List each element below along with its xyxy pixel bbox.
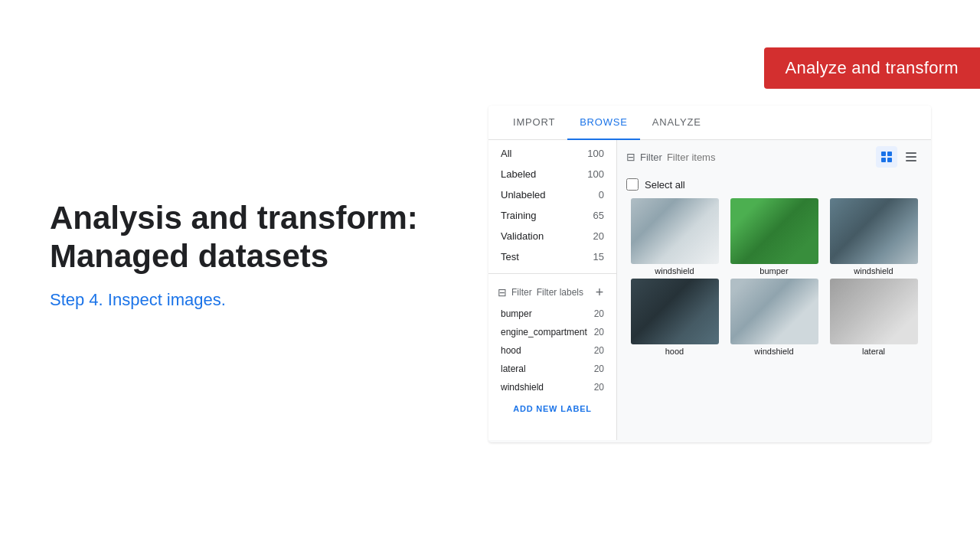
filter-input[interactable]: [667, 152, 870, 163]
label-name-engine: engine_compartment: [501, 327, 587, 337]
svg-rect-5: [906, 156, 916, 158]
label-row-lateral[interactable]: lateral 20: [488, 360, 616, 378]
sidebar-count-labeled: 100: [587, 168, 604, 180]
svg-rect-3: [887, 158, 892, 162]
sidebar-row-training[interactable]: Training 65: [488, 205, 616, 226]
image-thumbnail-5: [830, 279, 918, 344]
analyze-transform-badge: Analyze and transform: [764, 47, 980, 89]
svg-rect-2: [881, 158, 886, 162]
filter-labels-text: Filter labels: [537, 287, 583, 298]
page-title: Analysis and transform: Managed datasets: [50, 199, 418, 276]
sidebar-row-unlabeled[interactable]: Unlabeled 0: [488, 184, 616, 205]
image-cell-0[interactable]: windshield: [626, 198, 723, 276]
image-label-5: lateral: [862, 347, 885, 356]
grid-view-button[interactable]: [876, 146, 897, 168]
add-new-label-button[interactable]: ADD NEW LABEL: [513, 404, 592, 413]
image-label-3: hood: [665, 347, 684, 356]
svg-rect-4: [906, 152, 916, 154]
tab-import[interactable]: IMPORT: [501, 106, 567, 140]
sidebar-label-validation: Validation: [501, 230, 544, 242]
image-cell-5[interactable]: lateral: [825, 279, 922, 356]
sidebar: All 100 Labeled 100 Unlabeled 0 Training…: [488, 140, 617, 440]
select-all-label: Select all: [645, 179, 685, 191]
image-cell-4[interactable]: windshield: [726, 279, 822, 356]
label-count-bumper: 20: [594, 308, 604, 319]
filter-bar-icon: ⊟: [626, 151, 635, 163]
left-content-area: Analysis and transform: Managed datasets…: [50, 199, 418, 310]
image-thumbnail-1: [730, 198, 818, 264]
label-count-lateral: 20: [594, 364, 604, 374]
filter-bar-label: Filter: [640, 152, 662, 163]
label-count-windshield: 20: [594, 382, 604, 393]
label-row-engine[interactable]: engine_compartment 20: [488, 323, 616, 341]
filter-section: ⊟ Filter Filter labels + bumper 20 engin…: [488, 273, 616, 413]
sidebar-label-all: All: [501, 148, 511, 159]
filter-bar: ⊟ Filter: [626, 151, 870, 163]
filter-icon: ⊟: [498, 286, 507, 298]
image-cell-1[interactable]: bumper: [726, 198, 822, 276]
sidebar-row-test[interactable]: Test 15: [488, 246, 616, 267]
content-header: ⊟ Filter: [617, 140, 931, 174]
view-icons: [876, 146, 922, 168]
label-name-lateral: lateral: [501, 364, 526, 374]
sidebar-label-training: Training: [501, 210, 536, 221]
image-cell-3[interactable]: hood: [626, 279, 723, 356]
image-thumbnail-0: [631, 198, 719, 264]
dataset-panel: IMPORT BROWSE ANALYZE All 100 Labeled 10…: [488, 106, 931, 442]
image-thumbnail-2: [830, 198, 918, 264]
tab-browse[interactable]: BROWSE: [567, 106, 640, 140]
tab-analyze[interactable]: ANALYZE: [640, 106, 714, 140]
filter-label: Filter: [511, 287, 532, 298]
label-row-bumper[interactable]: bumper 20: [488, 305, 616, 323]
filter-header: ⊟ Filter Filter labels +: [488, 280, 616, 305]
svg-rect-0: [881, 152, 886, 156]
select-all-row: Select all: [617, 174, 931, 195]
image-label-2: windshield: [854, 266, 893, 276]
sidebar-label-labeled: Labeled: [501, 168, 536, 180]
label-count-hood: 20: [594, 345, 604, 356]
image-thumbnail-3: [631, 279, 719, 344]
label-name-hood: hood: [501, 345, 521, 356]
select-all-checkbox[interactable]: [626, 178, 639, 191]
sidebar-count-training: 65: [593, 210, 604, 221]
panel-body: All 100 Labeled 100 Unlabeled 0 Training…: [488, 140, 931, 440]
sidebar-label-unlabeled: Unlabeled: [501, 189, 546, 201]
sidebar-row-labeled[interactable]: Labeled 100: [488, 164, 616, 184]
svg-rect-6: [906, 160, 916, 161]
label-name-windshield: windshield: [501, 382, 544, 393]
sidebar-row-validation[interactable]: Validation 20: [488, 226, 616, 246]
sidebar-count-all: 100: [587, 148, 604, 159]
sidebar-count-test: 15: [593, 251, 604, 262]
add-filter-button[interactable]: +: [592, 285, 607, 300]
step-label: Step 4. Inspect images.: [50, 290, 418, 310]
image-label-4: windshield: [754, 347, 793, 356]
label-name-bumper: bumper: [501, 308, 532, 319]
label-row-hood[interactable]: hood 20: [488, 341, 616, 360]
image-label-1: bumper: [760, 266, 788, 276]
image-thumbnail-4: [730, 279, 818, 344]
svg-rect-1: [887, 152, 892, 156]
tab-bar: IMPORT BROWSE ANALYZE: [488, 106, 931, 140]
list-view-button[interactable]: [900, 146, 922, 168]
image-cell-2[interactable]: windshield: [825, 198, 922, 276]
image-grid: windshield bumper windshield hood windsh: [617, 195, 931, 359]
label-row-windshield[interactable]: windshield 20: [488, 378, 616, 396]
sidebar-count-unlabeled: 0: [599, 189, 604, 201]
label-count-engine: 20: [594, 327, 604, 337]
sidebar-count-validation: 20: [593, 230, 604, 242]
sidebar-label-test: Test: [501, 251, 519, 262]
image-label-0: windshield: [655, 266, 694, 276]
sidebar-row-all[interactable]: All 100: [488, 143, 616, 164]
main-content: ⊟ Filter: [617, 140, 931, 440]
